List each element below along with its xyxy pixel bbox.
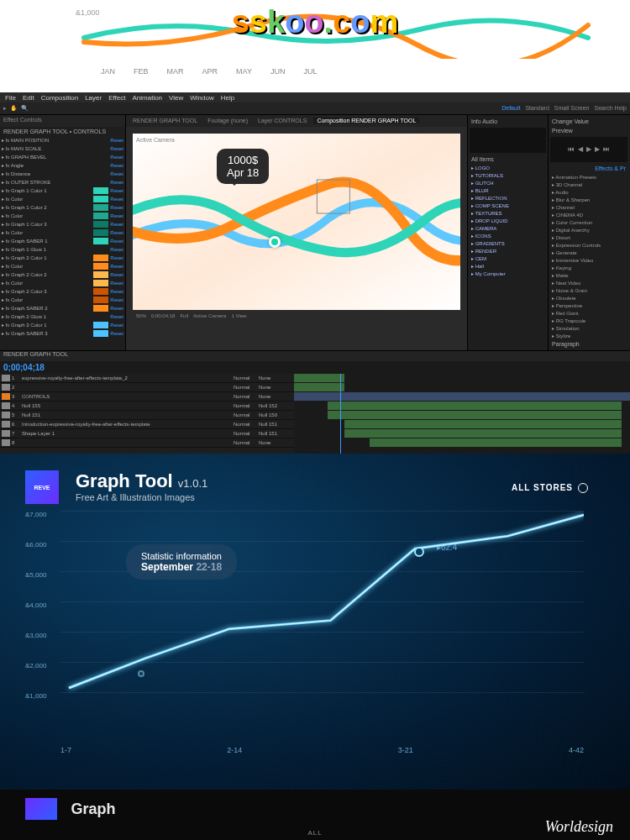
category-item[interactable]: ▸ Keying	[550, 264, 627, 271]
color-swatch[interactable]	[93, 271, 108, 278]
reset-button[interactable]: Reset	[110, 323, 123, 328]
asset-item[interactable]: ▸ DROP LIQUID	[470, 217, 546, 224]
category-item[interactable]: ▸ Neat Video	[550, 279, 627, 286]
color-swatch[interactable]	[93, 305, 108, 312]
track-bar[interactable]	[344, 420, 622, 428]
layer-row[interactable]: 5Null 151NormalNull 150	[0, 411, 294, 420]
all-stores-button[interactable]: ALL STORES	[512, 483, 588, 493]
prev-frame-icon[interactable]: ◀	[578, 145, 583, 153]
reset-button[interactable]: Reset	[110, 306, 123, 311]
reset-button[interactable]: Reset	[110, 247, 123, 252]
timeline-tab[interactable]: RENDER GRAPH TOOL	[3, 351, 68, 361]
category-item[interactable]: ▸ Channel	[550, 203, 627, 211]
color-swatch[interactable]	[93, 263, 108, 270]
color-swatch[interactable]	[93, 221, 108, 228]
asset-item[interactable]: ▸ COMP SCENE	[470, 202, 546, 209]
track-bar[interactable]	[294, 374, 344, 382]
effect-row[interactable]: ▸ fx Graph 2 Color 1Reset	[2, 254, 123, 262]
reset-button[interactable]: Reset	[110, 180, 123, 185]
category-item[interactable]: ▸ 3D Channel	[550, 181, 627, 188]
track-area[interactable]	[294, 374, 630, 454]
effect-row[interactable]: ▸ fx Graph SABER 2Reset	[2, 304, 123, 312]
data-point[interactable]	[138, 670, 144, 677]
effect-row[interactable]: ▸ fx AngleReset	[2, 161, 123, 170]
track-bar[interactable]	[328, 411, 622, 419]
category-item[interactable]: ▸ Generate	[550, 249, 627, 256]
layer-row[interactable]: 4Null 155NormalNull 152	[0, 402, 294, 411]
color-swatch[interactable]	[93, 238, 108, 244]
effect-row[interactable]: ▸ fx Graph 1 Color 2Reset	[2, 203, 123, 212]
timeline-timecode[interactable]: 0;00;04;18	[0, 361, 48, 374]
timecode-display[interactable]: 0;00;04;18	[151, 313, 175, 318]
asset-item[interactable]: ▸ GRADIENTS	[470, 239, 546, 247]
comp-tab[interactable]: Footage (none)	[204, 118, 251, 123]
effects-presets-tab[interactable]: Effects & Pr	[550, 164, 627, 173]
reset-button[interactable]: Reset	[110, 188, 123, 193]
reset-button[interactable]: Reset	[110, 297, 123, 302]
effect-row[interactable]: ▸ fx MAIN SCALEReset	[2, 144, 123, 153]
track-bar[interactable]	[294, 392, 630, 401]
effect-controls-tab[interactable]: Effect Controls	[3, 117, 42, 125]
camera-select[interactable]: Active Camera	[193, 313, 226, 318]
comp-tab[interactable]: Layer CONTROLS	[255, 118, 310, 123]
workspace-small[interactable]: Small Screen	[554, 105, 590, 111]
asset-item[interactable]: ▸ REFLECTION	[470, 194, 546, 202]
reset-button[interactable]: Reset	[110, 331, 123, 336]
menu-edit[interactable]: Edit	[23, 94, 34, 102]
reset-button[interactable]: Reset	[110, 205, 123, 210]
search-help[interactable]: Search Help	[594, 105, 627, 111]
comp-canvas[interactable]: Active Camera 1000$ Apr 18	[133, 134, 460, 310]
effect-row[interactable]: ▸ fx ColorReset	[2, 279, 123, 287]
effect-row[interactable]: ▸ fx ColorReset	[2, 296, 123, 304]
bottom-all-label[interactable]: ALL	[307, 829, 322, 837]
category-item[interactable]: ▸ Animation Presets	[550, 173, 627, 181]
category-item[interactable]: ▸ CINEMA 4D	[550, 211, 627, 218]
category-item[interactable]: ▸ Color Correction	[550, 218, 627, 226]
playhead[interactable]	[340, 374, 341, 454]
effect-row[interactable]: ▸ fx ColorReset	[2, 262, 123, 270]
reset-button[interactable]: Reset	[110, 197, 123, 202]
assets-header[interactable]: All Items	[470, 155, 546, 164]
first-frame-icon[interactable]: ⏮	[568, 145, 575, 153]
layer-row[interactable]: 7Shape Layer 1NormalNull 151	[0, 429, 294, 438]
reset-button[interactable]: Reset	[110, 264, 123, 269]
workspace-standard[interactable]: Standard	[525, 105, 549, 111]
viewer-area[interactable]: Active Camera 1000$ Apr 18	[126, 127, 467, 350]
asset-item[interactable]: ▸ RENDER	[470, 247, 546, 255]
audio-tab[interactable]: Audio	[482, 118, 497, 124]
layer-row[interactable]: 2NormalNone	[0, 383, 294, 392]
asset-item[interactable]: ▸ ICONS	[470, 232, 546, 239]
layer-row[interactable]: 8NormalNone	[0, 438, 294, 448]
effect-row[interactable]: ▸ fx Graph 2 Color 3Reset	[2, 287, 123, 296]
last-frame-icon[interactable]: ⏭	[603, 145, 610, 153]
category-item[interactable]: ▸ Audio	[550, 188, 627, 196]
data-marker[interactable]	[269, 236, 281, 248]
reset-button[interactable]: Reset	[110, 213, 123, 218]
reset-button[interactable]: Reset	[110, 138, 123, 143]
asset-item[interactable]: ▸ TEXTURES	[470, 209, 546, 217]
menu-view[interactable]: View	[169, 94, 183, 102]
category-item[interactable]: ▸ Noise & Grain	[550, 286, 627, 294]
color-swatch[interactable]	[93, 255, 108, 261]
menu-layer[interactable]: Layer	[85, 94, 102, 102]
reset-button[interactable]: Reset	[110, 230, 123, 235]
zoom-level[interactable]: 50%	[136, 313, 146, 318]
effect-row[interactable]: ▸ fx DistanceReset	[2, 170, 123, 178]
category-item[interactable]: ▸ Red Giant	[550, 309, 627, 317]
layer-row[interactable]: 3CONTROLSNormalNone	[0, 392, 294, 402]
effect-row[interactable]: ▸ fx ColorReset	[2, 228, 123, 237]
effect-row[interactable]: ▸ fx MAIN POSITIONReset	[2, 136, 123, 144]
color-swatch[interactable]	[93, 297, 108, 303]
effect-row[interactable]: ▸ fx ColorReset	[2, 195, 123, 203]
effect-row[interactable]: ▸ fx Graph 2 Glow 1Reset	[2, 312, 123, 321]
comp-tab[interactable]: RENDER GRAPH TOOL	[129, 118, 201, 123]
category-item[interactable]: ▸ Distort	[550, 234, 627, 241]
effect-row[interactable]: ▸ fx Graph 1 Color 1Reset	[2, 186, 123, 195]
menu-file[interactable]: File	[5, 94, 16, 102]
selection-tool-icon[interactable]: ▸	[3, 105, 7, 112]
asset-item[interactable]: ▸ Hall	[470, 262, 546, 270]
asset-item[interactable]: ▸ GLITCH	[470, 179, 546, 186]
category-item[interactable]: ▸ Stylize	[550, 332, 627, 339]
asset-item[interactable]: ▸ My Computer	[470, 270, 546, 277]
next-frame-icon[interactable]: ▶	[595, 145, 600, 153]
